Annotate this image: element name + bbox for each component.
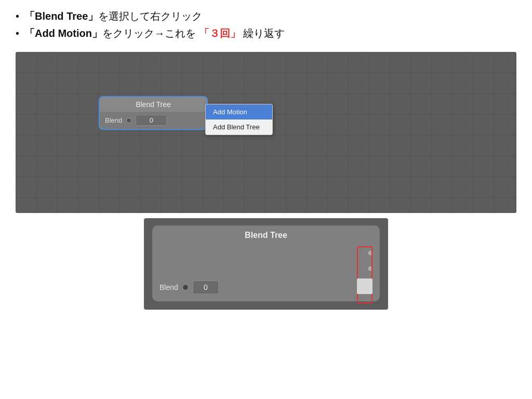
blend-tree-title-bottom: Blend Tree	[159, 231, 373, 240]
top-panel: Blend Tree Blend 0 Add Motion Add Blend …	[16, 52, 516, 213]
context-menu-add-motion[interactable]: Add Motion	[206, 104, 272, 119]
bullet-1: •	[16, 10, 19, 22]
bottom-body: Blend 0	[159, 245, 373, 294]
blend-tree-node-top[interactable]: Blend Tree Blend 0	[99, 96, 208, 130]
instruction-line-2: • 「Add Motion」をクリック→これを 「３回」 繰り返す	[16, 26, 516, 41]
white-box-indicator	[357, 278, 373, 294]
instruction-text-2: 「Add Motion」をクリック→これを 「３回」 繰り返す	[24, 26, 285, 41]
blend-tree-title-top: Blend Tree	[100, 97, 207, 112]
blend-tree-node-bottom: Blend Tree Blend 0	[152, 225, 380, 301]
blend-node-body-top: Blend 0	[100, 112, 207, 129]
bottom-left-section: Blend 0	[159, 281, 219, 294]
context-menu-add-blend-tree[interactable]: Add Blend Tree	[206, 119, 272, 135]
instruction-text-1: 「Blend Tree」を選択して右クリック	[24, 9, 202, 23]
bottom-blend-label: Blend	[159, 283, 178, 291]
blend-dot-top	[126, 118, 131, 123]
blend-label-top: Blend	[105, 116, 122, 124]
instruction-line-1: • 「Blend Tree」を選択して右クリック	[16, 9, 516, 23]
bottom-panel: Blend Tree Blend 0	[144, 218, 388, 310]
blend-value-top: 0	[136, 115, 167, 126]
bottom-blend-value: 0	[193, 281, 219, 294]
highlight-count: 「３回」	[199, 28, 241, 39]
connector-dot-2	[368, 267, 373, 271]
connector-dot-1	[368, 251, 373, 255]
bottom-blend-dot	[182, 284, 189, 290]
instructions-section: • 「Blend Tree」を選択して右クリック • 「Add Motion」を…	[0, 0, 532, 49]
context-menu: Add Motion Add Blend Tree	[205, 104, 273, 135]
bullet-2: •	[16, 28, 19, 39]
